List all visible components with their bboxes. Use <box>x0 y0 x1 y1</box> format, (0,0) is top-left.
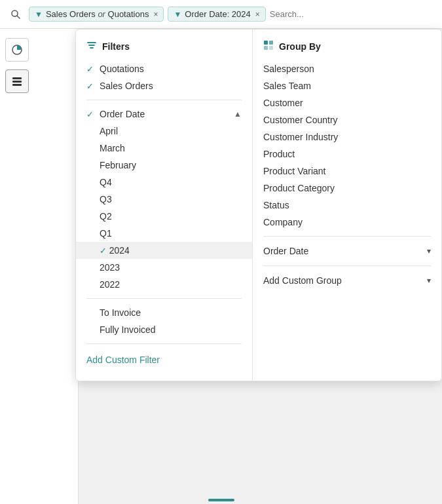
filter-fully-invoiced[interactable]: ✓ Fully Invoiced <box>76 321 252 338</box>
filter-march[interactable]: March <box>76 140 252 157</box>
groupby-customer[interactable]: Customer <box>253 94 441 111</box>
filter-february[interactable]: February <box>76 157 252 174</box>
order-date-header[interactable]: ✓ Order Date ▲ <box>76 106 252 123</box>
order-date-check: ✓ <box>86 109 96 119</box>
filter-april[interactable]: April <box>76 123 252 140</box>
divider-2 <box>86 298 242 299</box>
filter-tag-sales-close[interactable]: × <box>153 10 158 19</box>
groupby-company[interactable]: Company <box>253 214 441 231</box>
groupby-column: Group By Salesperson Sales Team Customer… <box>253 29 441 381</box>
order-date-caret: ▲ <box>234 109 242 119</box>
sales-orders-label: Sales Orders <box>100 81 153 91</box>
groupby-order-date[interactable]: Order Date ▾ <box>253 242 441 260</box>
add-custom-filter[interactable]: Add Custom Filter <box>76 349 252 370</box>
search-icon[interactable] <box>7 5 25 24</box>
groupby-status[interactable]: Status <box>253 197 441 214</box>
divider-1 <box>86 100 242 100</box>
quotations-label: Quotations <box>100 64 144 74</box>
groupby-product[interactable]: Product <box>253 145 441 163</box>
groupby-divider-2 <box>263 265 431 266</box>
filter-2023[interactable]: 2023 <box>76 259 252 276</box>
divider-3 <box>86 343 242 344</box>
filter-sales-orders[interactable]: ✓ Sales Orders <box>76 77 252 94</box>
groupby-customer-country[interactable]: Customer Country <box>253 111 441 128</box>
filter-tag-sales[interactable]: ▼ Sales Orders or Quotations × <box>29 7 164 22</box>
filter-2024[interactable]: 2024 <box>76 242 252 259</box>
filter-tag-date-close[interactable]: × <box>255 10 260 19</box>
svg-rect-9 <box>269 46 273 50</box>
filter-tag-date[interactable]: ▼ Order Date: 2024 × <box>168 7 265 22</box>
svg-rect-6 <box>264 41 268 45</box>
groupby-product-variant[interactable]: Product Variant <box>253 163 441 180</box>
groupby-header: Group By <box>253 40 441 60</box>
search-bar: ▼ Sales Orders or Quotations × ▼ Order D… <box>0 0 442 29</box>
add-custom-group[interactable]: Add Custom Group ▾ <box>253 271 441 290</box>
svg-rect-5 <box>12 84 22 86</box>
groupby-order-date-label: Order Date <box>263 246 308 256</box>
groupby-product-category[interactable]: Product Category <box>253 180 441 197</box>
dropdown-panel: Filters ✓ Quotations ✓ Sales Orders ✓ Or… <box>75 29 442 381</box>
left-panel <box>0 29 79 504</box>
sales-orders-check: ✓ <box>86 81 96 91</box>
order-date-left: ✓ Order Date <box>86 109 145 119</box>
to-invoice-label: To Invoice <box>100 307 141 318</box>
chart-view-btn[interactable] <box>5 38 29 62</box>
fully-invoiced-label: Fully Invoiced <box>100 324 156 335</box>
svg-rect-4 <box>12 81 22 83</box>
filter-q2[interactable]: Q2 <box>76 208 252 225</box>
filters-header-icon <box>86 40 97 52</box>
filter-q3[interactable]: Q3 <box>76 191 252 208</box>
add-custom-group-arrow: ▾ <box>427 276 431 285</box>
filters-header: Filters <box>76 40 252 60</box>
filter-2022[interactable]: 2022 <box>76 276 252 293</box>
filter-icon-1: ▼ <box>35 10 43 19</box>
list-view-btn[interactable] <box>5 69 29 93</box>
add-custom-group-label: Add Custom Group <box>263 275 342 286</box>
groupby-title: Group By <box>279 41 321 52</box>
svg-rect-8 <box>264 46 268 50</box>
scroll-indicator <box>208 499 234 501</box>
search-input[interactable] <box>270 9 435 19</box>
filter-quotations[interactable]: ✓ Quotations <box>76 60 252 77</box>
filter-q4[interactable]: Q4 <box>76 174 252 191</box>
groupby-divider-1 <box>263 236 431 237</box>
order-date-label: Order Date <box>100 109 145 119</box>
svg-rect-7 <box>269 41 273 45</box>
filter-q1[interactable]: Q1 <box>76 225 252 242</box>
filter-icon-2: ▼ <box>174 10 181 19</box>
filter-tag-date-text: Order Date: 2024 <box>185 9 250 19</box>
groupby-customer-industry[interactable]: Customer Industry <box>253 128 441 145</box>
main-content: Filters ✓ Quotations ✓ Sales Orders ✓ Or… <box>0 29 442 504</box>
filters-title: Filters <box>102 41 130 52</box>
svg-rect-3 <box>12 77 22 79</box>
groupby-sales-team[interactable]: Sales Team <box>253 77 441 94</box>
groupby-salesperson[interactable]: Salesperson <box>253 60 441 77</box>
filters-column: Filters ✓ Quotations ✓ Sales Orders ✓ Or… <box>76 29 253 381</box>
groupby-header-icon <box>263 40 274 52</box>
filter-to-invoice[interactable]: ✓ To Invoice <box>76 304 252 321</box>
quotations-check: ✓ <box>86 64 96 74</box>
svg-line-1 <box>17 16 20 18</box>
groupby-order-date-arrow: ▾ <box>427 246 431 256</box>
filter-tag-sales-text: Sales Orders or Quotations <box>46 9 149 19</box>
